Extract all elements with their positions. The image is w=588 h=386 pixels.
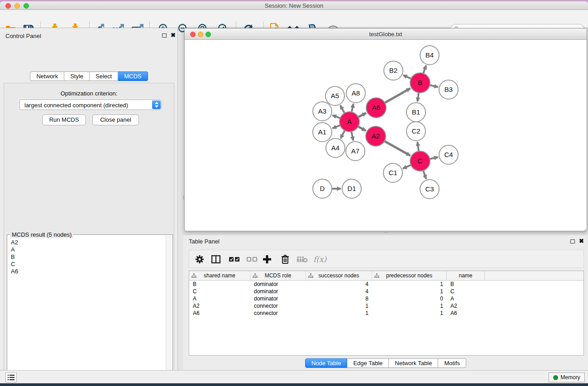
node-A8[interactable]: A8	[346, 84, 365, 103]
node-D[interactable]: D	[313, 179, 332, 198]
frame-resize-handle-bottom[interactable]	[384, 232, 388, 233]
table-row[interactable]: Cdominator41C	[189, 288, 583, 295]
delete-table-icon[interactable]	[297, 253, 308, 266]
cell-predecessor_nodes[interactable]: 1	[372, 288, 447, 295]
svg-text:A7: A7	[351, 147, 359, 155]
split-pane-icon[interactable]	[211, 253, 220, 266]
tab-select[interactable]: Select	[90, 71, 118, 81]
node-A3[interactable]: A3	[313, 102, 332, 121]
table-row[interactable]: A2connector11A2	[189, 302, 583, 310]
cell-mcds_role[interactable]: connector	[250, 310, 306, 317]
select-all-icon[interactable]	[229, 253, 240, 266]
cell-name[interactable]: A	[447, 295, 485, 302]
svg-text:B2: B2	[389, 67, 397, 74]
close-table-panel-icon[interactable]: ✖	[579, 239, 584, 243]
table-row[interactable]: A6connector11A6	[189, 310, 583, 317]
cell-mcds_role[interactable]: dominator	[250, 281, 306, 288]
mcds-result-item[interactable]: B	[11, 253, 165, 261]
node-D1[interactable]: D1	[342, 179, 361, 198]
function-builder-icon: f(x)	[313, 253, 326, 266]
node-A4[interactable]: A4	[326, 138, 345, 157]
node-A5[interactable]: A5	[325, 86, 344, 105]
column-header-name[interactable]: name	[447, 271, 485, 280]
column-header-shared-name[interactable]: shared name	[189, 271, 250, 280]
node-table[interactable]: shared nameMCDS rolesuccessor nodesprede…	[189, 271, 584, 356]
tab-network-table[interactable]: Network Table	[389, 358, 438, 368]
tab-mcds[interactable]: MCDS	[118, 71, 148, 81]
gear-icon[interactable]	[195, 253, 205, 266]
node-A[interactable]: A	[339, 112, 359, 132]
node-A2[interactable]: A2	[366, 126, 386, 146]
mcds-result-item[interactable]: A	[11, 246, 165, 253]
mcds-result-item[interactable]: A6	[11, 268, 165, 275]
table-header-row[interactable]: shared nameMCDS rolesuccessor nodesprede…	[189, 271, 583, 281]
close-panel-icon[interactable]: ✖	[171, 33, 176, 38]
cell-name[interactable]: B	[447, 281, 485, 288]
cell-predecessor_nodes[interactable]: 1	[372, 281, 447, 288]
column-header-MCDS-role[interactable]: MCDS role	[250, 271, 306, 280]
node-A6[interactable]: A6	[366, 98, 386, 118]
float-table-panel-icon[interactable]	[570, 239, 575, 243]
node-A7[interactable]: A7	[346, 142, 365, 161]
cell-name[interactable]: C	[447, 288, 485, 295]
node-C[interactable]: C	[410, 151, 430, 171]
cell-predecessor_nodes[interactable]: 1	[372, 302, 447, 310]
cell-shared_name[interactable]: A	[189, 295, 250, 302]
svg-text:B: B	[418, 79, 422, 86]
svg-text:B4: B4	[425, 51, 434, 59]
close-panel-button[interactable]: Close panel	[92, 114, 139, 125]
table-row[interactable]: Bdominator41B	[189, 281, 583, 288]
cell-predecessor_nodes[interactable]: 0	[372, 295, 447, 302]
tab-edge-table[interactable]: Edge Table	[347, 358, 389, 368]
cell-shared_name[interactable]: A2	[189, 302, 250, 310]
resize-grip-icon[interactable]	[581, 225, 586, 230]
tab-style[interactable]: Style	[64, 71, 90, 81]
network-window-titlebar[interactable]: testGlobe.txt	[185, 29, 587, 40]
cell-mcds_role[interactable]: dominator	[250, 295, 306, 302]
tab-network[interactable]: Network	[30, 71, 64, 81]
node-C2[interactable]: C2	[406, 122, 425, 141]
column-header-successor-nodes[interactable]: successor nodes	[306, 271, 372, 280]
table-row[interactable]: Adominator80A	[189, 295, 583, 302]
delete-column-icon[interactable]	[281, 253, 289, 266]
task-history-button[interactable]	[5, 372, 17, 382]
tab-node-table[interactable]: Node Table	[305, 358, 348, 368]
cell-shared_name[interactable]: C	[189, 288, 250, 295]
run-mcds-button[interactable]: Run MCDS	[42, 114, 86, 125]
column-header-predecessor-nodes[interactable]: predecessor nodes	[372, 271, 447, 280]
float-panel-icon[interactable]	[162, 33, 167, 38]
cell-successor_nodes[interactable]: 8	[306, 295, 372, 302]
cell-predecessor_nodes[interactable]: 1	[372, 310, 447, 317]
cell-mcds_role[interactable]: dominator	[250, 288, 306, 295]
cell-mcds_role[interactable]: connector	[250, 302, 306, 310]
cell-name[interactable]: A6	[447, 310, 485, 317]
node-B2[interactable]: B2	[384, 61, 403, 80]
cell-name[interactable]: A2	[447, 302, 485, 310]
optimization-criterion-label: Optimization criterion:	[4, 90, 174, 97]
node-C4[interactable]: C4	[439, 145, 458, 164]
cell-shared_name[interactable]: B	[189, 281, 250, 288]
svg-text:B3: B3	[445, 86, 453, 93]
memory-button[interactable]: Memory	[549, 372, 585, 382]
tab-motifs[interactable]: Motifs	[438, 358, 466, 368]
criterion-dropdown[interactable]: largest connected component (directed)	[19, 100, 162, 110]
cell-shared_name[interactable]: A6	[189, 310, 250, 317]
node-C1[interactable]: C1	[383, 163, 402, 182]
node-A1[interactable]: A1	[313, 123, 332, 142]
mcds-result-item[interactable]: A2	[11, 239, 165, 246]
frame-resize-handle-left[interactable]	[183, 195, 184, 200]
add-column-icon[interactable]	[263, 253, 272, 266]
deselect-all-icon[interactable]	[247, 253, 258, 266]
network-graph-canvas[interactable]: B4B2BB3A8A5A6A3B1AA1C2A2A4A7C4CC1C3DD1	[185, 40, 587, 231]
node-B1[interactable]: B1	[406, 103, 425, 122]
cell-successor_nodes[interactable]: 1	[306, 310, 372, 317]
node-B[interactable]: B	[410, 73, 430, 93]
cell-successor_nodes[interactable]: 4	[306, 281, 372, 288]
node-C3[interactable]: C3	[420, 180, 439, 199]
cell-successor_nodes[interactable]: 1	[306, 302, 372, 310]
mcds-result-scrollbar[interactable]	[166, 235, 172, 386]
node-B4[interactable]: B4	[420, 46, 439, 65]
mcds-result-item[interactable]: C	[11, 261, 165, 268]
node-B3[interactable]: B3	[439, 80, 458, 99]
cell-successor_nodes[interactable]: 4	[306, 288, 372, 295]
